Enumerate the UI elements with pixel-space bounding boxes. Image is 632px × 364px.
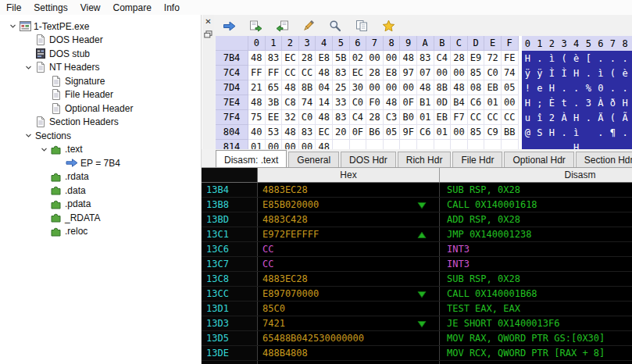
dump-to-file-icon[interactable] (248, 20, 262, 33)
disasm-instruction[interactable]: SUB RSP, 0X28 (440, 272, 632, 286)
hex-byte[interactable]: EC (350, 66, 367, 80)
hex-byte[interactable]: 48 (282, 125, 299, 140)
disasm-hex-bytes[interactable]: 4883EC28 (258, 183, 440, 197)
hex-byte[interactable]: 01 (248, 140, 266, 149)
ascii-char[interactable] (607, 140, 620, 149)
hex-byte[interactable]: EC (282, 51, 299, 66)
disasm-row[interactable]: 13C1E972FEFFFFJMP 0X140001238 (202, 227, 632, 242)
tab-rich-hdr[interactable]: Rich Hdr (398, 152, 452, 167)
ascii-char[interactable]: ( (558, 51, 570, 66)
ascii-char[interactable]: t (558, 95, 570, 110)
ascii-char[interactable]: . (582, 110, 595, 125)
tree-item-1-textpe-exe[interactable]: 1-TextPE.exe (0, 20, 201, 34)
ascii-char[interactable]: % (582, 80, 595, 95)
ascii-char[interactable]: À (558, 110, 570, 125)
ascii-char[interactable]: . (558, 80, 570, 95)
hex-byte[interactable]: 00 (266, 140, 283, 149)
disasm-instruction[interactable]: JMP 0X140001238 (440, 227, 632, 241)
hex-byte[interactable] (366, 140, 384, 149)
ascii-char[interactable]: . (595, 51, 607, 66)
hex-byte[interactable] (400, 140, 417, 149)
hex-byte[interactable]: F0 (366, 95, 384, 110)
disasm-address[interactable]: 13D5 (202, 331, 258, 345)
hex-byte[interactable]: 85 (468, 66, 485, 80)
disasm-hex-bytes[interactable]: 488B4808 (258, 346, 440, 360)
hex-byte[interactable]: 25 (333, 80, 350, 95)
tree-item-rdata[interactable]: .rdata (0, 170, 201, 184)
disasm-hex-bytes[interactable]: E85B020000 (258, 198, 440, 212)
disasm-instruction[interactable]: SUB RSP, 0X28 (440, 183, 632, 197)
disasm-address[interactable]: 13C7 (202, 257, 258, 271)
disasm-address[interactable]: 13D3 (202, 316, 258, 330)
ascii-char[interactable]: ì (595, 66, 607, 80)
hex-byte[interactable]: 48 (282, 80, 299, 95)
ascii-char[interactable]: è (570, 51, 583, 66)
dock-float-button[interactable] (203, 29, 213, 39)
disasm-row[interactable]: 13DE488B4808MOV RCX, QWORD PTR [RAX + 8] (202, 346, 632, 361)
tree-item-sections[interactable]: Sections (0, 129, 201, 143)
disasm-instruction[interactable]: JMP SHORT 0X1400013E9 (440, 361, 632, 364)
hex-byte[interactable]: 00 (299, 140, 316, 149)
chevron-expanded-icon[interactable] (23, 130, 34, 141)
hex-byte[interactable]: 40 (248, 125, 266, 140)
hex-byte[interactable]: 0F (350, 125, 367, 140)
hex-byte[interactable]: 02 (350, 51, 367, 66)
ascii-char[interactable]: ì (570, 125, 583, 140)
hex-byte[interactable]: CC (282, 66, 299, 80)
disasm-instruction[interactable]: INT3 (440, 242, 632, 256)
hex-byte[interactable]: 05 (502, 80, 519, 95)
disasm-row[interactable]: 13C7CCINT3 (202, 257, 632, 272)
hex-byte[interactable]: 05 (384, 125, 401, 140)
hex-byte[interactable]: 65 (266, 80, 283, 95)
hex-byte[interactable]: EB (434, 110, 452, 125)
tree-item-nt-headers[interactable]: NT Headers (0, 61, 201, 75)
disasm-row[interactable]: 13C6CCINT3 (202, 242, 632, 257)
load-from-file-icon[interactable] (275, 20, 289, 33)
disasm-hex-bytes[interactable]: E972FEFFFF (258, 227, 440, 241)
disasm-address[interactable]: 13C8 (202, 272, 258, 286)
hex-byte[interactable]: CC (502, 110, 519, 125)
ascii-char[interactable]: è (619, 66, 631, 80)
disasm-hex-bytes[interactable]: 7421 (258, 316, 440, 330)
hex-byte[interactable]: 48 (384, 95, 401, 110)
ascii-char[interactable]: Ì (546, 66, 559, 80)
hex-byte[interactable]: C4 (434, 51, 452, 66)
ascii-char[interactable]: Ì (558, 66, 570, 80)
hex-byte[interactable]: 48 (451, 80, 468, 95)
tab-section-hdrs[interactable]: Section Hdrs (576, 152, 632, 167)
disasm-address[interactable]: 13DE (202, 346, 258, 360)
ascii-char[interactable]: H (619, 95, 631, 110)
hex-byte[interactable]: 74 (502, 66, 519, 80)
disasm-row[interactable]: 13B8E85B020000CALL 0X140001618 (202, 198, 632, 212)
disasm-row[interactable]: 13C84883EC28SUB RSP, 0X28 (202, 272, 632, 287)
hex-byte[interactable]: 83 (266, 51, 283, 66)
menu-file[interactable]: File (0, 1, 27, 15)
ascii-char[interactable]: H (522, 51, 534, 66)
disasm-row[interactable]: 13D37421JE SHORT 0X1400013F6 (202, 316, 632, 331)
ascii-char[interactable]: H (546, 125, 559, 140)
disasm-instruction[interactable]: INT3 (440, 257, 632, 271)
disasm-address[interactable]: 13B8 (202, 198, 258, 212)
menu-compare[interactable]: Compare (107, 1, 158, 15)
hex-byte[interactable]: 00 (384, 51, 401, 66)
hex-byte[interactable]: 48 (316, 66, 333, 80)
hex-byte[interactable]: 0F (400, 95, 417, 110)
ascii-char[interactable]: . (619, 80, 631, 95)
hex-byte[interactable]: C3 (384, 110, 401, 125)
hex-byte[interactable]: 01 (417, 110, 434, 125)
ascii-char[interactable]: e (534, 80, 546, 95)
disasm-hex-bytes[interactable]: 4883EC28 (258, 272, 440, 286)
chevron-expanded-icon[interactable] (23, 62, 34, 73)
hex-byte[interactable]: B6 (366, 125, 384, 140)
disasm-address[interactable]: 13BD (202, 212, 258, 227)
hex-byte[interactable]: E8 (316, 51, 333, 66)
tree-item-rdata[interactable]: _RDATA (0, 211, 201, 225)
hex-byte[interactable]: 00 (282, 140, 299, 149)
hex-byte[interactable]: 0D (434, 95, 452, 110)
ascii-char[interactable] (595, 140, 607, 149)
hex-byte[interactable]: B1 (417, 95, 434, 110)
hex-byte[interactable] (434, 140, 452, 149)
tab-optional-hdr[interactable]: Optional Hdr (504, 152, 573, 167)
chevron-expanded-icon[interactable] (39, 145, 49, 155)
hex-byte[interactable]: C6 (468, 95, 485, 110)
